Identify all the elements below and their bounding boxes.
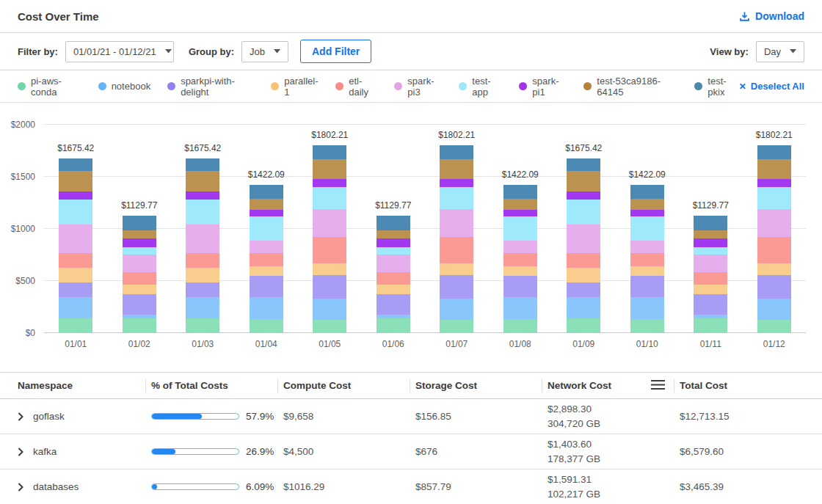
bar-segment-spark-pi1[interactable] [503, 210, 537, 216]
bar-segment-spark-pi1[interactable] [377, 238, 410, 247]
bar-segment-pi-aws-conda[interactable] [757, 320, 791, 333]
bar-segment-sparkpi-with-delight[interactable] [567, 282, 600, 297]
bar-segment-test-53ca9186-64145[interactable] [503, 199, 537, 210]
bar-segment-test-pkix[interactable] [313, 145, 346, 159]
view-by-select[interactable]: Day [756, 41, 804, 62]
bar-segment-etl-daily[interactable] [123, 272, 156, 285]
bar-segment-spark-pi1[interactable] [630, 210, 664, 216]
bar-segment-spark-pi3[interactable] [377, 255, 410, 272]
bar-stack[interactable] [757, 145, 791, 333]
bar-segment-pi-aws-conda[interactable] [186, 318, 219, 333]
table-row[interactable]: kafka 26.9% $4,500 $676 $1,403.60 178,37… [0, 434, 822, 470]
bar-stack[interactable] [567, 158, 600, 333]
bar-segment-spark-pi3[interactable] [567, 224, 600, 253]
bar-segment-spark-pi3[interactable] [250, 241, 283, 253]
bar-segment-test-pkix[interactable] [694, 216, 727, 230]
bar-stack[interactable] [250, 185, 283, 333]
bar-stack[interactable] [59, 158, 92, 333]
expand-row-icon[interactable] [18, 412, 23, 421]
bar-segment-spark-pi3[interactable] [694, 255, 727, 272]
bar-segment-parallel-1[interactable] [377, 285, 410, 294]
bar-segment-spark-pi3[interactable] [440, 209, 473, 236]
bar-segment-spark-pi3[interactable] [503, 241, 537, 253]
expand-row-icon[interactable] [18, 448, 23, 456]
bar-segment-pi-aws-conda[interactable] [694, 318, 727, 333]
bar-segment-notebook[interactable] [313, 299, 346, 320]
bar-segment-sparkpi-with-delight[interactable] [313, 275, 346, 299]
bar-stack[interactable] [313, 145, 346, 333]
bar-segment-test-53ca9186-64145[interactable] [757, 159, 791, 179]
bar-segment-spark-pi3[interactable] [630, 241, 664, 253]
bar-segment-test-53ca9186-64145[interactable] [59, 171, 92, 191]
legend-item-etl-daily[interactable]: etl-daily [335, 76, 377, 98]
bar-segment-test-53ca9186-64145[interactable] [186, 171, 219, 191]
bar-segment-test-app[interactable] [567, 200, 600, 224]
bar-stack[interactable] [503, 185, 537, 333]
bar-segment-notebook[interactable] [630, 297, 664, 319]
bar-segment-test-53ca9186-64145[interactable] [250, 199, 283, 210]
table-row[interactable]: goflask 57.9% $9,658 $156.85 $2,898.30 3… [0, 399, 822, 434]
bar-segment-spark-pi3[interactable] [59, 224, 92, 253]
bar-segment-sparkpi-with-delight[interactable] [630, 276, 664, 298]
bar-segment-pi-aws-conda[interactable] [377, 318, 410, 333]
bar-segment-test-app[interactable] [186, 200, 219, 224]
bar-segment-test-pkix[interactable] [186, 158, 219, 171]
bar-segment-test-pkix[interactable] [757, 145, 791, 159]
bar-segment-pi-aws-conda[interactable] [123, 318, 156, 333]
bar-segment-parallel-1[interactable] [59, 268, 92, 282]
legend-item-test-app[interactable]: test-app [459, 76, 502, 98]
bar-segment-test-pkix[interactable] [250, 185, 283, 199]
bar-segment-etl-daily[interactable] [630, 253, 664, 267]
bar-segment-test-app[interactable] [250, 216, 283, 240]
bar-segment-test-pkix[interactable] [440, 145, 473, 159]
bar-segment-etl-daily[interactable] [186, 253, 219, 268]
bar-segment-test-53ca9186-64145[interactable] [313, 159, 346, 179]
bar-segment-etl-daily[interactable] [567, 253, 600, 268]
bar-segment-notebook[interactable] [440, 299, 473, 320]
bar-stack[interactable] [630, 185, 664, 333]
column-menu-icon[interactable] [651, 379, 665, 392]
bar-segment-parallel-1[interactable] [186, 268, 219, 282]
bar-segment-sparkpi-with-delight[interactable] [250, 276, 283, 298]
bar-stack[interactable] [377, 216, 410, 333]
bar-segment-sparkpi-with-delight[interactable] [694, 294, 727, 315]
bar-segment-etl-daily[interactable] [503, 253, 537, 267]
bar-segment-etl-daily[interactable] [377, 272, 410, 285]
bar-segment-parallel-1[interactable] [123, 285, 156, 294]
bar-segment-etl-daily[interactable] [440, 237, 473, 263]
download-button[interactable]: Download [739, 10, 804, 22]
bar-segment-etl-daily[interactable] [694, 272, 727, 285]
bar-segment-test-app[interactable] [694, 247, 727, 255]
expand-row-icon[interactable] [18, 483, 23, 492]
bar-segment-sparkpi-with-delight[interactable] [757, 275, 791, 299]
group-by-select[interactable]: Job [241, 41, 288, 62]
bar-segment-test-53ca9186-64145[interactable] [630, 199, 664, 210]
bar-stack[interactable] [694, 216, 727, 333]
bar-segment-etl-daily[interactable] [250, 253, 283, 267]
bar-segment-test-app[interactable] [503, 216, 537, 240]
legend-item-test-53ca9186-64145[interactable]: test-53ca9186-64145 [583, 76, 677, 98]
bar-segment-test-app[interactable] [59, 200, 92, 224]
bar-segment-test-app[interactable] [313, 187, 346, 210]
bar-segment-test-53ca9186-64145[interactable] [440, 159, 473, 179]
bar-segment-pi-aws-conda[interactable] [250, 319, 283, 333]
bar-segment-notebook[interactable] [567, 297, 600, 319]
legend-item-pi-aws-conda[interactable]: pi-aws-conda [18, 76, 81, 98]
bar-segment-sparkpi-with-delight[interactable] [123, 294, 156, 315]
bar-segment-test-53ca9186-64145[interactable] [567, 171, 600, 191]
bar-segment-sparkpi-with-delight[interactable] [503, 276, 537, 298]
bar-segment-test-pkix[interactable] [377, 216, 410, 230]
bar-segment-spark-pi3[interactable] [313, 209, 346, 236]
bar-segment-notebook[interactable] [59, 297, 92, 319]
legend-item-spark-pi1[interactable]: spark-pi1 [519, 76, 567, 98]
bar-segment-sparkpi-with-delight[interactable] [186, 282, 219, 297]
bar-segment-spark-pi1[interactable] [757, 179, 791, 186]
bar-segment-parallel-1[interactable] [630, 266, 664, 275]
bar-segment-spark-pi1[interactable] [440, 179, 473, 186]
add-filter-button[interactable]: Add Filter [300, 40, 371, 63]
bar-segment-parallel-1[interactable] [503, 266, 537, 275]
bar-segment-notebook[interactable] [757, 299, 791, 320]
bar-segment-spark-pi1[interactable] [123, 238, 156, 247]
table-row[interactable]: databases 6.09% $1016.29 $857.79 $1,591.… [0, 470, 822, 504]
bar-segment-pi-aws-conda[interactable] [630, 319, 664, 333]
